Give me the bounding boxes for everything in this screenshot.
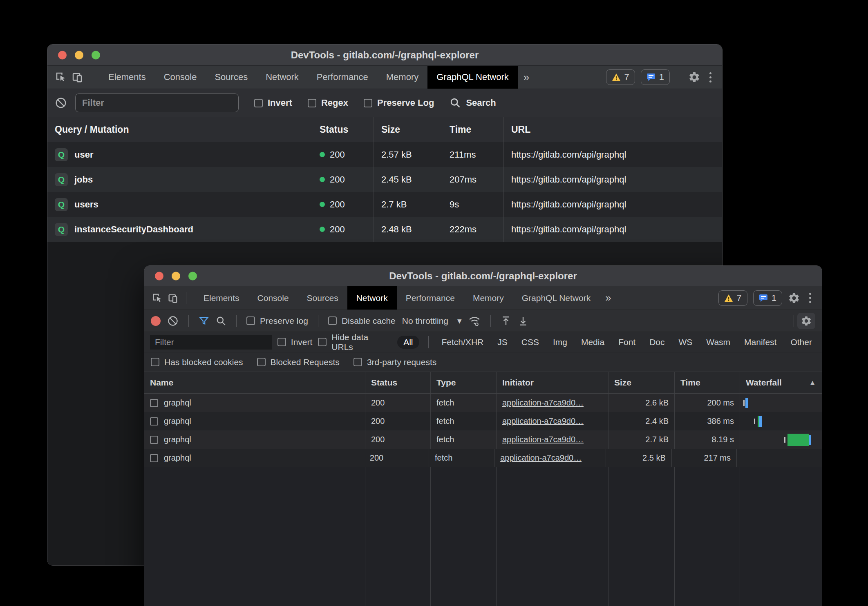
table-row[interactable]: graphql 200 fetch application-a7ca9d0… 2… xyxy=(144,449,822,467)
filter-chip-ws[interactable]: WS xyxy=(675,336,697,348)
issues-badge[interactable]: 1 xyxy=(753,290,782,306)
filter-chip-font[interactable]: Font xyxy=(614,336,640,348)
filter-chip-css[interactable]: CSS xyxy=(517,336,543,348)
initiator-link[interactable]: application-a7ca9d0… xyxy=(500,453,582,463)
warnings-badge[interactable]: 7 xyxy=(718,290,747,306)
search-icon[interactable] xyxy=(216,316,226,326)
initiator-link[interactable]: application-a7ca9d0… xyxy=(502,398,584,408)
throttling-select[interactable]: No throttling ▾ xyxy=(402,316,462,326)
network-conditions-icon[interactable] xyxy=(468,315,481,327)
table-row[interactable]: Qusers 200 2.7 kB 9s https://gitlab.com/… xyxy=(47,192,722,217)
filter-chip-media[interactable]: Media xyxy=(577,336,608,348)
table-row[interactable]: graphql 200 fetch application-a7ca9d0… 2… xyxy=(144,430,822,449)
filter-input[interactable] xyxy=(150,335,272,350)
filter-chip-img[interactable]: Img xyxy=(549,336,571,348)
row-checkbox[interactable] xyxy=(150,436,158,444)
invert-checkbox[interactable]: Invert xyxy=(254,98,292,108)
tab-console[interactable]: Console xyxy=(155,66,206,89)
filter-chip-wasm[interactable]: Wasm xyxy=(702,336,734,348)
preserve-log-checkbox[interactable]: Preserve log xyxy=(246,316,308,326)
table-row[interactable]: Qjobs 200 2.45 kB 207ms https://gitlab.c… xyxy=(47,167,722,192)
col-waterfall[interactable]: Waterfall ▲ xyxy=(740,372,822,393)
disable-cache-checkbox[interactable]: Disable cache xyxy=(328,316,396,326)
invert-checkbox[interactable]: Invert xyxy=(277,337,313,347)
minimize-button[interactable] xyxy=(172,272,180,280)
col-initiator[interactable]: Initiator xyxy=(497,372,608,393)
record-button[interactable] xyxy=(151,316,161,326)
table-row[interactable]: Quser 200 2.57 kB 211ms https://gitlab.c… xyxy=(47,142,722,167)
minimize-button[interactable] xyxy=(75,51,83,59)
more-tabs-icon[interactable]: » xyxy=(600,286,617,310)
kebab-menu-icon[interactable] xyxy=(706,72,715,82)
col-size[interactable]: Size xyxy=(608,372,675,393)
filter-chip-all[interactable]: All xyxy=(397,336,419,349)
close-button[interactable] xyxy=(58,51,67,59)
settings-gear-icon[interactable] xyxy=(788,292,800,304)
col-status[interactable]: Status xyxy=(312,117,374,142)
close-button[interactable] xyxy=(155,272,163,280)
search-button[interactable]: Search xyxy=(450,97,496,109)
export-har-icon[interactable] xyxy=(518,316,528,326)
filter-chip-other[interactable]: Other xyxy=(786,336,816,348)
hide-data-urls-checkbox[interactable]: Hide data URLs xyxy=(318,332,391,352)
tab-elements[interactable]: Elements xyxy=(99,66,155,89)
titlebar[interactable]: DevTools - gitlab.com/-/graphql-explorer xyxy=(144,266,822,286)
filter-chip-manifest[interactable]: Manifest xyxy=(740,336,781,348)
titlebar[interactable]: DevTools - gitlab.com/-/graphql-explorer xyxy=(47,45,722,66)
clear-icon[interactable] xyxy=(55,97,67,109)
col-url[interactable]: URL xyxy=(504,117,722,142)
preserve-log-checkbox[interactable]: Preserve Log xyxy=(364,98,434,108)
import-har-icon[interactable] xyxy=(501,316,511,326)
col-time[interactable]: Time xyxy=(442,117,504,142)
tab-console[interactable]: Console xyxy=(248,286,298,310)
filter-chip-fetch-xhr[interactable]: Fetch/XHR xyxy=(438,336,488,348)
row-checkbox[interactable] xyxy=(150,454,158,462)
device-toolbar-icon[interactable] xyxy=(167,292,179,304)
third-party-requests-checkbox[interactable]: 3rd-party requests xyxy=(353,357,436,367)
col-type[interactable]: Type xyxy=(431,372,497,393)
filter-funnel-icon[interactable] xyxy=(199,316,209,326)
filter-chip-doc[interactable]: Doc xyxy=(645,336,669,348)
issues-badge[interactable]: 1 xyxy=(641,69,670,85)
clear-icon[interactable] xyxy=(167,315,179,327)
tab-sources[interactable]: Sources xyxy=(298,286,347,310)
device-toolbar-icon[interactable] xyxy=(71,71,83,83)
maximize-button[interactable] xyxy=(92,51,100,59)
filter-input[interactable] xyxy=(75,94,239,112)
initiator-link[interactable]: application-a7ca9d0… xyxy=(502,435,584,444)
tab-graphql-network[interactable]: GraphQL Network xyxy=(513,286,600,310)
inspect-element-icon[interactable] xyxy=(152,292,163,304)
col-size[interactable]: Size xyxy=(374,117,442,142)
maximize-button[interactable] xyxy=(188,272,197,280)
warnings-badge[interactable]: 7 xyxy=(606,69,635,85)
has-blocked-cookies-checkbox[interactable]: Has blocked cookies xyxy=(151,357,243,367)
row-checkbox[interactable] xyxy=(150,417,158,426)
more-tabs-icon[interactable]: » xyxy=(518,66,535,89)
col-query-mutation[interactable]: Query / Mutation xyxy=(47,117,312,142)
tab-elements[interactable]: Elements xyxy=(195,286,248,310)
tab-performance[interactable]: Performance xyxy=(308,66,377,89)
tab-memory[interactable]: Memory xyxy=(377,66,427,89)
tab-network[interactable]: Network xyxy=(347,286,397,310)
inspect-element-icon[interactable] xyxy=(55,71,67,83)
network-settings-button[interactable] xyxy=(790,313,815,329)
col-status[interactable]: Status xyxy=(365,372,431,393)
warning-icon xyxy=(612,73,621,81)
row-checkbox[interactable] xyxy=(150,399,158,407)
table-row[interactable]: QinstanceSecurityDashboard 200 2.48 kB 2… xyxy=(47,217,722,242)
col-name[interactable]: Name xyxy=(144,372,365,393)
initiator-link[interactable]: application-a7ca9d0… xyxy=(502,417,584,426)
tab-performance[interactable]: Performance xyxy=(397,286,464,310)
filter-chip-js[interactable]: JS xyxy=(493,336,512,348)
kebab-menu-icon[interactable] xyxy=(806,293,814,303)
regex-checkbox[interactable]: Regex xyxy=(308,98,348,108)
col-time[interactable]: Time xyxy=(675,372,740,393)
blocked-requests-checkbox[interactable]: Blocked Requests xyxy=(257,357,340,367)
table-row[interactable]: graphql 200 fetch application-a7ca9d0… 2… xyxy=(144,394,822,412)
tab-network[interactable]: Network xyxy=(257,66,308,89)
table-row[interactable]: graphql 200 fetch application-a7ca9d0… 2… xyxy=(144,412,822,430)
tab-memory[interactable]: Memory xyxy=(464,286,513,310)
settings-gear-icon[interactable] xyxy=(688,71,700,83)
tab-graphql-network[interactable]: GraphQL Network xyxy=(427,66,517,89)
tab-sources[interactable]: Sources xyxy=(206,66,257,89)
